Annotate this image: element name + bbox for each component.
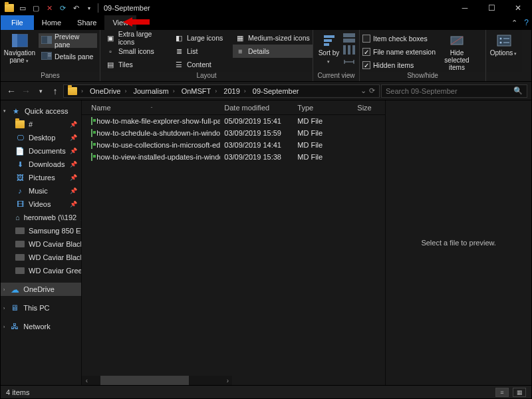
options-button[interactable]: Options ▾	[489, 32, 519, 57]
layout-tiles[interactable]: ▤Tiles	[103, 58, 172, 71]
breadcrumb[interactable]: › OneDrive› Journalism› OnMSFT› 2019› 09…	[63, 84, 380, 98]
breadcrumb-seg[interactable]: 2019›	[221, 87, 249, 95]
close-button[interactable]: ✕	[505, 1, 531, 15]
help-icon[interactable]: ?	[524, 18, 529, 27]
layout-medium[interactable]: ▦Medium-sized icons	[233, 31, 313, 45]
hidden-items-toggle[interactable]: Hidden items	[362, 59, 436, 71]
item-checkboxes-toggle[interactable]: Item check boxes	[362, 33, 436, 45]
sidebar-quick-access[interactable]: ▾★Quick access	[1, 104, 81, 118]
size-columns-icon[interactable]	[343, 57, 355, 68]
column-date[interactable]: Date modified	[220, 104, 293, 112]
sidebar-item[interactable]: WD Caviar Greer📌	[1, 264, 81, 277]
column-name[interactable]: Nameˆ	[87, 104, 220, 112]
forward-button[interactable]: →	[19, 84, 33, 98]
folder-icon	[3, 2, 15, 14]
details-icon: ≡	[235, 47, 245, 55]
svg-rect-1	[12, 34, 17, 47]
back-button[interactable]: ←	[5, 84, 18, 98]
sidebar-item[interactable]: 🖼Pictures📌	[1, 171, 81, 184]
svg-rect-11	[343, 33, 355, 37]
svg-rect-8	[324, 35, 334, 38]
svg-rect-15	[352, 45, 355, 55]
breadcrumb-seg[interactable]: OnMSFT›	[179, 87, 221, 95]
navigation-pane-button[interactable]: Navigation pane ▾	[3, 32, 36, 65]
body: ▾★Quick access #📌🖵Desktop📌📄Documents📌⬇Do…	[1, 100, 531, 385]
maximize-button[interactable]: ☐	[478, 1, 505, 15]
scroll-left-icon[interactable]: ‹	[82, 376, 91, 385]
layout-list[interactable]: ≣List	[172, 45, 233, 58]
table-row[interactable]: how-to-make-file-explorer-show-full-pa..…	[82, 115, 385, 127]
sort-by-button[interactable]: Sort by ▾	[318, 32, 340, 65]
search-input[interactable]: Search 09-September 🔍	[381, 84, 527, 98]
new-folder-icon[interactable]: ▢	[30, 2, 42, 14]
md-file-icon	[91, 141, 92, 149]
sidebar-onedrive[interactable]: ›☁OneDrive	[1, 283, 81, 296]
sidebar-item[interactable]: 📄Documents📌	[1, 144, 81, 158]
sidebar-item[interactable]: ♪Music📌	[1, 184, 81, 198]
sidebar-item[interactable]: ⌂heronweb (\\192📌	[1, 211, 81, 224]
tab-home[interactable]: Home	[34, 15, 69, 30]
navigation-pane-label: Navigation pane	[4, 49, 35, 64]
sidebar-item[interactable]: ⬇Downloads📌	[1, 158, 81, 171]
pin-icon: 📌	[70, 161, 77, 168]
sidebar-item[interactable]: 🖵Desktop📌	[1, 131, 81, 144]
breadcrumb-seg[interactable]: 09-September	[250, 87, 302, 95]
pictures-icon: 🖼	[15, 173, 25, 182]
add-columns-icon[interactable]	[343, 45, 355, 56]
details-pane-button[interactable]: Details pane	[39, 49, 97, 64]
scroll-thumb[interactable]	[100, 376, 189, 385]
table-row[interactable]: how-to-view-installed-updates-in-windo..…	[82, 151, 385, 163]
sidebar-network[interactable]: ›🖧Network	[1, 320, 81, 333]
md-file-icon	[91, 129, 92, 137]
layout-small[interactable]: ▫Small icons	[103, 45, 172, 58]
svg-rect-10	[324, 43, 329, 46]
sidebar-item[interactable]: WD Caviar Black📌	[1, 251, 81, 264]
table-row[interactable]: how-to-schedule-a-shutdown-in-windo...03…	[82, 127, 385, 139]
sidebar-item[interactable]: Samsung 850 EV📌	[1, 224, 81, 237]
delete-icon[interactable]: ✕	[43, 2, 55, 14]
recent-locations-button[interactable]: ▾	[34, 84, 47, 98]
layout-content[interactable]: ☰Content	[172, 58, 233, 71]
qat-dropdown-icon[interactable]: ▾	[83, 2, 95, 14]
view-thumbnails-toggle[interactable]: ▦	[513, 388, 526, 397]
breadcrumb-dropdown-icon[interactable]: ⌄	[360, 86, 366, 95]
refresh-icon[interactable]: ⟳	[369, 86, 375, 95]
sidebar-this-pc[interactable]: ›🖥This PC	[1, 301, 81, 315]
window-controls: ─ ☐ ✕	[452, 1, 531, 15]
rename-icon[interactable]: ⟳	[57, 2, 68, 14]
file-extensions-toggle[interactable]: File name extension	[362, 46, 436, 58]
layout-extra-large[interactable]: ▣Extra large icons	[103, 31, 172, 45]
videos-icon: 🎞	[15, 200, 25, 209]
layout-details[interactable]: ≡Details	[233, 45, 313, 58]
file-list: Nameˆ Date modified Type Size how-to-mak…	[82, 100, 385, 385]
preview-pane-button[interactable]: Preview pane	[39, 33, 97, 48]
ribbon-group-showhide: Item check boxes File name extension Hid…	[360, 30, 486, 81]
svg-rect-3	[47, 36, 52, 44]
scroll-right-icon[interactable]: ›	[223, 376, 232, 385]
group-by-icon[interactable]	[343, 33, 355, 44]
layout-large[interactable]: ◧Large icons	[172, 31, 233, 45]
svg-rect-13	[343, 45, 346, 55]
minimize-button[interactable]: ─	[452, 1, 478, 15]
undo-icon[interactable]: ↶	[70, 2, 82, 14]
hide-selected-button[interactable]: Hide selected items	[438, 32, 475, 71]
svg-point-19	[500, 38, 502, 40]
large-icon: ◧	[174, 34, 184, 42]
breadcrumb-seg[interactable]: Journalism›	[130, 87, 178, 95]
horizontal-scrollbar[interactable]: ‹ ›	[82, 376, 232, 385]
view-details-toggle[interactable]: ≡	[495, 388, 509, 397]
tab-file[interactable]: File	[1, 15, 34, 30]
sidebar-item[interactable]: WD Caviar Black📌	[1, 237, 81, 251]
preview-pane-icon	[41, 36, 52, 45]
properties-icon[interactable]: ▭	[17, 2, 29, 14]
collapse-ribbon-icon[interactable]: ⌃	[511, 19, 517, 27]
sidebar-item[interactable]: #📌	[1, 118, 81, 131]
column-type[interactable]: Type	[293, 104, 353, 112]
breadcrumb-root[interactable]: ›	[65, 87, 87, 95]
breadcrumb-seg[interactable]: OneDrive›	[87, 87, 130, 95]
up-button[interactable]: ↑	[49, 84, 62, 98]
sidebar-item[interactable]: 🎞Videos📌	[1, 198, 81, 211]
column-size[interactable]: Size	[353, 104, 385, 112]
table-row[interactable]: how-to-use-collections-in-microsoft-ed..…	[82, 139, 385, 151]
tab-share[interactable]: Share	[69, 15, 104, 30]
